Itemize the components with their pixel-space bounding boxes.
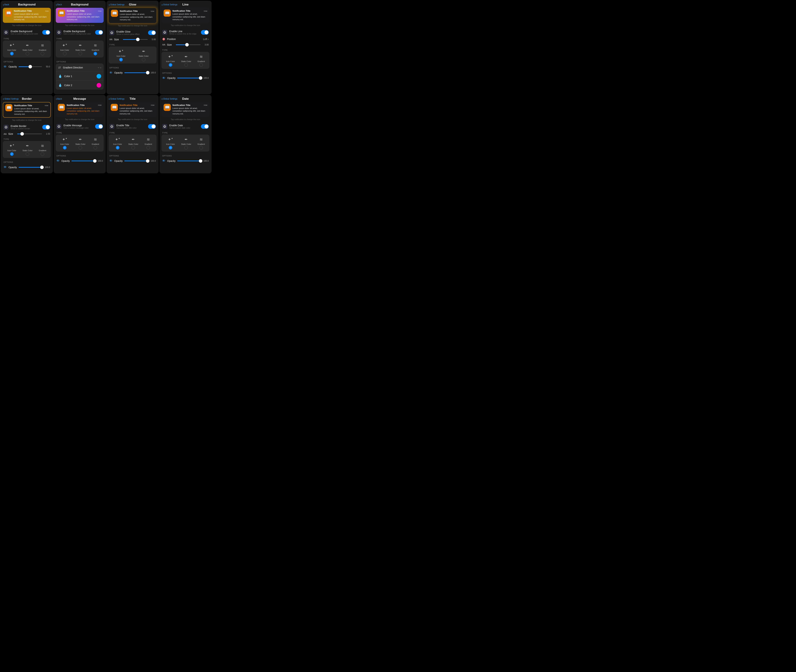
notification-card[interactable]: 📖Notification TitlenowLorem ipsum dolor … — [3, 102, 51, 118]
toggle-switch[interactable] — [42, 125, 50, 130]
type-item-static-color[interactable]: ✒Static Color — [75, 137, 85, 149]
type-radio[interactable] — [10, 52, 14, 55]
type-item-static-color[interactable]: ✒Static Color — [75, 43, 85, 55]
type-radio[interactable] — [63, 146, 67, 149]
opacity-slider-thumb[interactable] — [40, 166, 44, 169]
type-radio[interactable] — [169, 146, 172, 149]
toggle-row[interactable]: ⏻Enable LineShow a custom line at the ed… — [159, 29, 211, 36]
opacity-slider-thumb[interactable] — [146, 159, 149, 163]
notification-card[interactable]: 📖Notification TitlenowLorem ipsum dolor … — [109, 102, 157, 117]
opacity-slider-row[interactable]: 👁Opacity100.0 — [159, 158, 211, 164]
type-item-icon-color[interactable]: ✦✦Icon Color — [166, 54, 175, 67]
size-slider-row[interactable]: AASize3.00 — [159, 42, 211, 48]
type-item-icon-color[interactable]: ✦✦Icon Color — [113, 137, 122, 149]
size-slider-row[interactable]: AASize5.00 — [106, 37, 159, 42]
back-button[interactable]: ‹Global Settings — [162, 3, 178, 7]
type-item-static-color[interactable]: ✒Static Color — [128, 137, 138, 149]
option-row-color-1[interactable]: 💧Color 1 — [56, 72, 104, 81]
notification-card[interactable]: 📖Notification TitlenowLorem ipsum dolor … — [162, 102, 210, 117]
type-item-gradient[interactable]: ≋Gradient — [91, 137, 99, 149]
type-item-static-color[interactable]: ✒Static Color — [22, 43, 32, 55]
opacity-slider-track[interactable] — [19, 167, 42, 168]
opacity-slider-row[interactable]: 👁Opacity100.0 — [54, 158, 106, 164]
type-radio[interactable] — [41, 152, 44, 156]
size-slider-track[interactable] — [176, 45, 200, 45]
type-item-icon-color[interactable]: ✦✦Icon Color — [60, 43, 69, 55]
back-button[interactable]: ‹Back — [56, 97, 62, 101]
toggle-row[interactable]: ⏻Enable DateUse a custom date color — [159, 123, 211, 130]
back-button[interactable]: ‹Global Settings — [109, 3, 125, 7]
toggle-switch[interactable] — [201, 124, 209, 129]
opacity-slider-row[interactable]: 👁Opacity100.0 — [106, 158, 159, 164]
opacity-slider-thumb[interactable] — [29, 65, 32, 69]
toggle-row[interactable]: ⏻Enable BorderShow a custom border — [1, 123, 53, 131]
back-button[interactable]: ‹Back — [3, 3, 9, 7]
size-slider-row[interactable]: AASize1.53 — [1, 131, 53, 137]
type-radio[interactable] — [146, 146, 150, 149]
type-radio[interactable] — [184, 146, 188, 149]
type-item-icon-color[interactable]: ✦✦Icon Color — [166, 137, 175, 149]
size-slider-thumb[interactable] — [20, 132, 24, 136]
type-item-static-color[interactable]: ✒Static Color — [181, 54, 191, 67]
type-radio[interactable] — [26, 52, 29, 55]
toggle-row[interactable]: ⏻Enable BackgroundUse a custom backgroun… — [54, 29, 106, 36]
toggle-switch[interactable] — [148, 124, 156, 129]
type-radio[interactable] — [10, 152, 14, 156]
color-dot[interactable] — [96, 83, 101, 88]
toggle-switch[interactable] — [148, 30, 156, 35]
opacity-slider-track[interactable] — [177, 161, 200, 161]
type-item-gradient[interactable]: ≋Gradient — [39, 143, 46, 156]
opacity-slider-track[interactable] — [177, 78, 200, 78]
opacity-slider-thumb[interactable] — [199, 159, 202, 163]
type-radio[interactable] — [119, 58, 123, 61]
toggle-row[interactable]: ⏻Enable BackgroundUse a custom backgroun… — [1, 29, 53, 36]
type-item-static-color[interactable]: ✒Static Color — [22, 143, 32, 156]
toggle-switch[interactable] — [201, 30, 209, 35]
type-item-gradient[interactable]: ≋Gradient — [91, 43, 99, 55]
type-radio[interactable] — [78, 146, 82, 149]
type-radio[interactable] — [131, 146, 135, 149]
size-slider-thumb[interactable] — [136, 38, 139, 41]
position-row[interactable]: 🎯PositionLeft › — [159, 36, 211, 42]
toggle-switch[interactable] — [95, 30, 103, 35]
type-radio[interactable] — [169, 63, 172, 67]
opacity-slider-row[interactable]: 👁Opacity100.0 — [1, 164, 53, 170]
toggle-switch[interactable] — [95, 124, 103, 129]
back-button[interactable]: ‹Global Settings — [109, 97, 125, 101]
opacity-slider-thumb[interactable] — [199, 76, 202, 80]
opacity-slider-row[interactable]: 👁Opacity50.0 — [1, 64, 53, 70]
option-row-gradient-direction[interactable]: ⇄Gradient Direction→ › — [56, 64, 104, 72]
type-radio[interactable] — [41, 52, 44, 55]
notification-card[interactable]: 📖Notification TitlenowLorem ipsum dolor … — [3, 8, 51, 23]
opacity-slider-row[interactable]: 👁Opacity100.0 — [106, 69, 159, 76]
type-radio[interactable] — [94, 146, 97, 149]
type-radio[interactable] — [184, 63, 188, 67]
opacity-slider-track[interactable] — [124, 161, 148, 161]
opacity-slider-track[interactable] — [124, 72, 148, 73]
toggle-row[interactable]: ⏻Enable GlowShow a custom glow effect — [106, 29, 159, 37]
type-radio[interactable] — [26, 152, 29, 156]
type-item-icon-color[interactable]: ✦✦Icon Color — [117, 49, 125, 61]
back-button[interactable]: ‹Global Settings — [162, 97, 178, 101]
type-item-icon-color[interactable]: ✦✦Icon Color — [7, 143, 16, 156]
toggle-row[interactable]: ⏻Enable TitleUse a custom title color — [106, 123, 159, 130]
color-dot[interactable] — [96, 74, 101, 78]
type-radio[interactable] — [94, 52, 97, 55]
option-row-color-2[interactable]: 💧Color 2 — [56, 81, 104, 90]
type-item-icon-color[interactable]: ✦✦Icon Color — [60, 137, 69, 149]
opacity-slider-track[interactable] — [19, 66, 42, 67]
type-item-gradient[interactable]: ≋Gradient — [197, 54, 205, 67]
type-radio[interactable] — [199, 146, 203, 149]
toggle-switch[interactable] — [42, 30, 50, 35]
type-item-gradient[interactable]: ≋Gradient — [197, 137, 205, 149]
opacity-slider-thumb[interactable] — [146, 71, 149, 74]
type-item-gradient[interactable]: ≋Gradient — [39, 43, 46, 55]
notification-card[interactable]: 📖Notification TitlenowLorem ipsum dolor … — [56, 102, 104, 117]
type-radio[interactable] — [63, 52, 67, 55]
type-item-icon-color[interactable]: ✦✦Icon Color — [7, 43, 16, 55]
type-item-static-color[interactable]: ✒Static Color — [181, 137, 191, 149]
notification-card[interactable]: 📖Notification TitlenowLorem ipsum dolor … — [56, 8, 104, 23]
type-radio[interactable] — [78, 52, 82, 55]
opacity-slider-track[interactable] — [72, 161, 95, 161]
opacity-slider-thumb[interactable] — [93, 159, 96, 163]
